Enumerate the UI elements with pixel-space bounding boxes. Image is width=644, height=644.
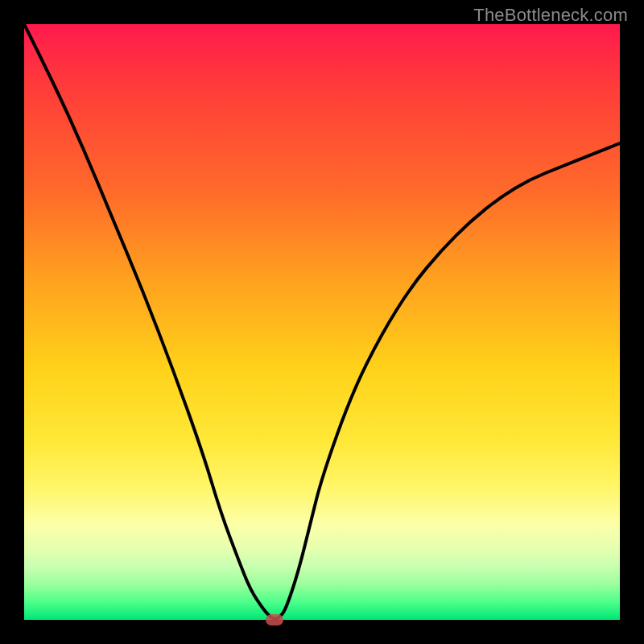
watermark-text: TheBottleneck.com: [473, 5, 628, 26]
chart-frame: TheBottleneck.com: [0, 0, 644, 644]
optimal-point-marker: [266, 614, 283, 625]
plot-area: [24, 24, 620, 620]
bottleneck-curve: [24, 24, 620, 620]
